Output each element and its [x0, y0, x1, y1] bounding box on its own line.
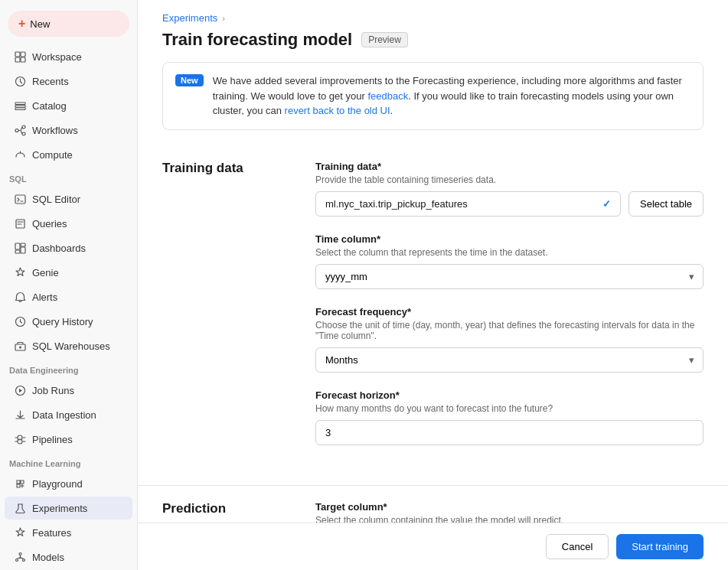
- sql-editor-icon: [14, 193, 26, 205]
- svg-rect-5: [15, 103, 25, 105]
- forecast-horizon-input[interactable]: [315, 420, 704, 445]
- recents-icon: [14, 75, 26, 87]
- sidebar-sql-editor-label: SQL Editor: [32, 194, 80, 205]
- svg-rect-3: [21, 57, 25, 62]
- select-table-button[interactable]: Select table: [628, 191, 704, 217]
- sidebar-item-playground[interactable]: Playground: [5, 472, 132, 495]
- forecast-horizon-group: Forecast horizon* How many months do you…: [315, 389, 704, 445]
- svg-point-20: [19, 552, 21, 555]
- svg-rect-2: [15, 57, 20, 62]
- sidebar-genie-label: Genie: [32, 267, 59, 278]
- svg-rect-11: [15, 195, 25, 204]
- target-column-label: Target column*: [315, 501, 704, 513]
- catalog-icon: [14, 99, 26, 112]
- time-column-group: Time column* Select the column that repr…: [315, 233, 704, 289]
- preview-badge: Preview: [361, 32, 408, 47]
- dashboards-icon: [14, 242, 26, 254]
- svg-rect-7: [15, 108, 25, 110]
- training-data-input: ml.nyc_taxi.trip_pickup_features ✓: [315, 191, 621, 217]
- info-banner: New We have added several improvements t…: [162, 62, 704, 130]
- training-data-label: Training data*: [315, 161, 704, 172]
- sidebar-item-job-runs[interactable]: Job Runs: [5, 379, 132, 402]
- svg-rect-0: [15, 52, 20, 57]
- job-runs-icon: [14, 384, 26, 396]
- forecast-freq-select[interactable]: Days Months Years: [315, 347, 704, 373]
- sidebar-item-queries[interactable]: Queries: [5, 212, 132, 235]
- sidebar-workspace-label: Workspace: [32, 51, 82, 63]
- query-history-icon: [14, 315, 26, 327]
- playground-icon: [14, 477, 26, 490]
- svg-point-21: [15, 559, 18, 561]
- plus-icon: +: [18, 17, 25, 31]
- forecast-horizon-label: Forecast horizon*: [315, 389, 704, 401]
- sidebar-item-models[interactable]: Models: [5, 546, 132, 568]
- sidebar-item-alerts[interactable]: Alerts: [5, 285, 132, 308]
- revert-link[interactable]: revert back to the old UI: [285, 105, 390, 116]
- svg-point-22: [22, 559, 24, 561]
- svg-rect-13: [21, 243, 25, 246]
- breadcrumb-separator: ›: [222, 14, 225, 23]
- sidebar: + New Workspace Recents Catalog Workflow…: [0, 0, 138, 570]
- sidebar-item-query-history[interactable]: Query History: [5, 310, 132, 333]
- sidebar-item-catalog[interactable]: Catalog: [5, 94, 132, 117]
- ml-section-label: Machine Learning: [0, 451, 137, 471]
- new-button[interactable]: + New: [8, 11, 129, 37]
- training-data-group: Training data* Provide the table contain…: [315, 161, 704, 217]
- start-training-button[interactable]: Start training: [616, 534, 704, 559]
- svg-rect-15: [15, 250, 20, 253]
- sidebar-item-workflows[interactable]: Workflows: [5, 119, 132, 142]
- genie-icon: [14, 266, 26, 278]
- banner-text: We have added several improvements to th…: [213, 73, 690, 119]
- sidebar-item-genie[interactable]: Genie: [5, 261, 132, 284]
- training-data-section: Training data Training data* Provide the…: [138, 145, 728, 486]
- sql-warehouses-icon: [14, 340, 26, 352]
- sidebar-dashboards-label: Dashboards: [32, 243, 86, 254]
- cancel-button[interactable]: Cancel: [546, 534, 609, 559]
- time-column-select[interactable]: yyyy_mm: [315, 264, 704, 289]
- breadcrumb-experiments-link[interactable]: Experiments: [162, 12, 217, 24]
- page-title: Train forecasting model: [162, 30, 352, 50]
- sidebar-alerts-label: Alerts: [32, 292, 57, 303]
- svg-point-10: [22, 132, 25, 135]
- sidebar-item-workspace[interactable]: Workspace: [5, 45, 132, 68]
- features-icon: [14, 526, 26, 539]
- sidebar-item-pipelines[interactable]: Pipelines: [5, 428, 132, 451]
- queries-icon: [14, 217, 26, 230]
- sidebar-item-dashboards[interactable]: Dashboards: [5, 236, 132, 259]
- sidebar-playground-label: Playground: [32, 478, 83, 490]
- forecast-freq-label: Forecast frequency*: [315, 306, 704, 318]
- sidebar-item-sql-warehouses[interactable]: SQL Warehouses: [5, 334, 132, 357]
- training-data-section-title: Training data: [162, 145, 285, 462]
- sidebar-catalog-label: Catalog: [32, 100, 67, 112]
- time-column-desc: Select the column that represents the ti…: [315, 247, 704, 258]
- sidebar-data-ingestion-label: Data Ingestion: [32, 409, 96, 421]
- sidebar-item-experiments[interactable]: Experiments: [5, 497, 132, 520]
- info-new-badge: New: [175, 74, 204, 86]
- svg-rect-1: [21, 52, 25, 57]
- sidebar-queries-label: Queries: [32, 218, 67, 230]
- svg-rect-6: [15, 105, 25, 107]
- sidebar-sql-warehouses-label: SQL Warehouses: [32, 340, 110, 352]
- feedback-link[interactable]: feedback: [367, 90, 408, 102]
- forecast-horizon-desc: How many months do you want to forecast …: [315, 403, 704, 414]
- training-data-input-row: ml.nyc_taxi.trip_pickup_features ✓ Selec…: [315, 191, 704, 217]
- sidebar-query-history-label: Query History: [32, 316, 93, 327]
- sidebar-item-recents[interactable]: Recents: [5, 70, 132, 93]
- models-icon: [14, 551, 26, 563]
- sidebar-item-features[interactable]: Features: [5, 521, 132, 544]
- sidebar-item-compute[interactable]: Compute: [5, 143, 132, 166]
- svg-rect-12: [15, 243, 20, 249]
- sidebar-recents-label: Recents: [32, 76, 69, 87]
- sidebar-compute-label: Compute: [32, 149, 73, 161]
- sidebar-item-data-ingestion[interactable]: Data Ingestion: [5, 403, 132, 426]
- svg-point-18: [19, 346, 21, 348]
- sidebar-pipelines-label: Pipelines: [32, 434, 73, 445]
- sidebar-workflows-label: Workflows: [32, 125, 78, 136]
- data-eng-section-label: Data Engineering: [0, 358, 137, 378]
- workspace-icon: [14, 50, 26, 63]
- alerts-icon: [14, 291, 26, 303]
- sidebar-item-sql-editor[interactable]: SQL Editor: [5, 187, 132, 210]
- breadcrumb: Experiments ›: [138, 0, 728, 24]
- sql-section-label: SQL: [0, 167, 137, 187]
- forecast-freq-group: Forecast frequency* Choose the unit of t…: [315, 306, 704, 373]
